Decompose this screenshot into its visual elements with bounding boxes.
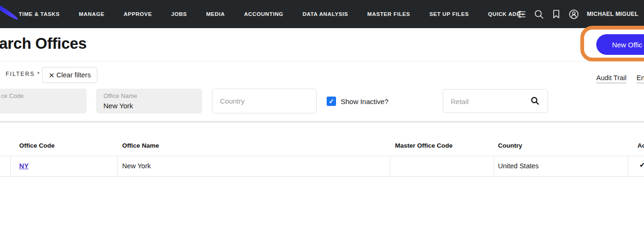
col-header-office-code[interactable]: Office Code (19, 142, 55, 149)
office-name-cell: New York (122, 162, 151, 170)
sliders-icon[interactable] (517, 9, 527, 19)
en-link[interactable]: En (637, 74, 644, 83)
nav-item-approve[interactable]: APPROVE (124, 11, 152, 17)
cell-divider (494, 156, 494, 176)
office-code-label: ce Code (1, 92, 23, 99)
show-inactive-checkbox[interactable]: ✓ (327, 97, 336, 106)
nav-item-master-files[interactable]: MASTER FILES (367, 11, 410, 17)
cell-divider (10, 156, 11, 176)
filters-label: FILTERS * (6, 71, 40, 77)
user-name[interactable]: MICHAEL MIGUEL (587, 11, 639, 17)
checkmark-icon: ✓ (329, 98, 334, 105)
office-name-label: Office Name (103, 92, 137, 99)
country-field[interactable]: Country (212, 89, 317, 113)
cell-divider (117, 156, 117, 176)
clear-filters-button[interactable]: ✕ Clear filters (42, 67, 97, 83)
nav-item-media[interactable]: MEDIA (206, 11, 225, 17)
table-row[interactable]: NY New York United States ✔ (0, 156, 644, 177)
col-header-active[interactable]: Ac (637, 142, 644, 149)
cell-divider (390, 156, 390, 176)
office-code-field[interactable]: ce Code (0, 89, 87, 113)
nav-menu: TIME & TASKS MANAGE APPROVE JOBS MEDIA A… (0, 11, 521, 17)
nav-item-set-up-files[interactable]: SET UP FILES (429, 11, 468, 17)
cell-divider (628, 156, 628, 176)
nav-item-time-tasks[interactable]: TIME & TASKS (19, 11, 60, 17)
office-name-field[interactable]: Office Name New York (96, 89, 202, 113)
col-header-country[interactable]: Country (498, 142, 522, 149)
nav-item-jobs[interactable]: JOBS (171, 11, 187, 17)
office-code-link[interactable]: NY (19, 162, 29, 170)
clear-filters-label: Clear filters (57, 71, 91, 79)
active-check-icon: ✔ (639, 161, 644, 169)
search-icon[interactable] (534, 9, 544, 19)
show-inactive-label: Show Inactive? (341, 98, 388, 105)
nav-item-accounting[interactable]: ACCOUNTING (244, 11, 283, 17)
nav-right-cluster: MICHAEL MIGUEL (517, 0, 639, 28)
type-search-field[interactable]: Retail (443, 89, 548, 113)
col-header-master-office-code[interactable]: Master Office Code (395, 142, 453, 149)
page-title: arch Offices (0, 35, 87, 52)
new-office-button[interactable]: New Offic (596, 34, 644, 55)
top-nav-bar: TIME & TASKS MANAGE APPROVE JOBS MEDIA A… (0, 0, 644, 28)
page-header: arch Offices (0, 28, 644, 61)
country-placeholder: Country (220, 97, 245, 105)
search-submit-icon[interactable] (531, 97, 539, 107)
country-cell: United States (498, 162, 539, 170)
office-name-value: New York (103, 102, 133, 110)
audit-trail-link[interactable]: Audit Trail (596, 74, 626, 83)
type-search-placeholder: Retail (451, 98, 468, 105)
section-divider (0, 121, 644, 123)
nav-item-quick-add[interactable]: QUICK ADD (488, 11, 521, 17)
clear-x-icon: ✕ (49, 72, 55, 79)
nav-item-manage[interactable]: MANAGE (79, 11, 105, 17)
user-avatar-icon[interactable] (569, 9, 579, 19)
bookmark-icon[interactable] (551, 9, 562, 19)
nav-item-data-analysis[interactable]: DATA ANALYSIS (302, 11, 348, 17)
app-logo (0, 0, 19, 21)
col-header-office-name[interactable]: Office Name (122, 142, 159, 149)
